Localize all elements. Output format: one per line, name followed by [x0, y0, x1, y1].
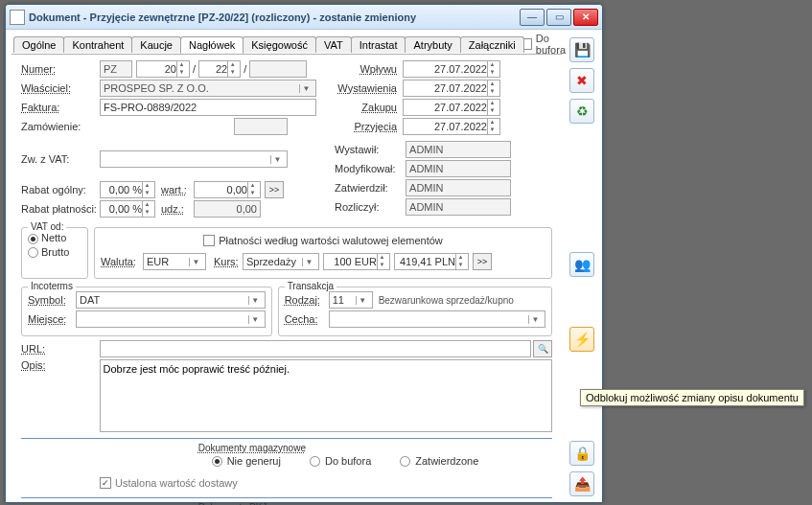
vatod-legend: VAT od: — [28, 221, 66, 232]
rabat-ogolny-label: Rabat ogólny: — [21, 184, 100, 195]
document-icon — [10, 10, 25, 25]
tooltip: Odblokuj możliwość zmiany opisu dokument… — [580, 389, 804, 406]
kurs-eur-input[interactable]: 100 EUR▲▼ — [323, 253, 390, 270]
platnosci-walut-checkbox[interactable] — [203, 235, 215, 246]
rodzaj-label: Rodzaj: — [285, 294, 329, 306]
wplywu-label: Wpływu — [336, 63, 403, 75]
kurs-label: Kurs: — [214, 256, 243, 267]
zamowienie-label: Zamówienie: — [21, 121, 100, 132]
tab-kaucje[interactable]: Kaucje — [131, 36, 181, 53]
wart-input[interactable]: 0,00▲▼ — [194, 181, 261, 198]
zakupu-label: Zakupu — [336, 102, 403, 113]
mag-niegeneruj-radio[interactable] — [212, 456, 222, 467]
wystawienia-label: Wystawienia — [336, 82, 403, 94]
symbol-combo[interactable]: DAT▼ — [76, 291, 266, 309]
save-button[interactable]: 💾 — [569, 37, 594, 62]
unlock-opis-button[interactable]: ⚡ — [569, 327, 594, 352]
zatwierdzil-label: Zatwierdził: — [335, 182, 406, 194]
pz-field: PZ — [100, 60, 132, 78]
ustalona-label: Ustalona wartość dostawy — [115, 477, 238, 489]
refresh-button[interactable]: ♻ — [569, 99, 594, 124]
wystawil-label: Wystawił: — [335, 144, 406, 155]
zamowienie-input — [234, 118, 288, 135]
zakupu-date[interactable]: 27.07.2022▲▼ — [403, 99, 500, 116]
do-bufora-label: Do bufora — [536, 33, 568, 56]
waluta-combo[interactable]: EUR▼ — [143, 253, 206, 270]
rabat-arrow-button[interactable]: >> — [265, 181, 284, 198]
users-button[interactable]: 👥 — [569, 252, 594, 277]
cancel-button[interactable]: ✖ — [569, 68, 594, 93]
dok-mag-label: Dokumenty magazynowe — [198, 443, 552, 453]
opis-label: Opis: — [21, 359, 100, 371]
rabat-plat-input[interactable]: 0,00 %▲▼ — [100, 200, 155, 218]
wlasciciel-combo[interactable]: PROSPEO SP. Z O.O.▼ — [100, 80, 316, 97]
window-title: Dokument - Przyjęcie zewnętrzne [PZ-20/2… — [29, 11, 520, 23]
wlasciciel-label: Właściciel: — [21, 82, 100, 94]
tab-ksiegowosc[interactable]: Księgowość — [243, 36, 316, 53]
wplywu-date[interactable]: 27.07.2022▲▼ — [403, 60, 500, 78]
modyfikowal-label: Modyfikował: — [335, 163, 406, 174]
brutto-radio[interactable] — [28, 247, 38, 258]
mag-zatwierdzone-radio[interactable] — [400, 456, 410, 467]
waluta-label: Waluta: — [101, 256, 143, 267]
minimize-button[interactable]: — — [520, 9, 545, 26]
rozliczyl-val: ADMIN — [406, 198, 511, 216]
faktura-input[interactable]: FS-PRO-0889/2022 — [100, 99, 316, 116]
rabat-plat-label: Rabat płatności: — [21, 203, 100, 215]
przyjecia-label: Przyjęcia — [336, 121, 403, 132]
url-label: URL: — [21, 343, 100, 355]
ustalona-checkbox[interactable] — [100, 477, 111, 489]
tab-zalaczniki[interactable]: Załączniki — [460, 36, 524, 53]
platnosci-walut-label: Płatności według wartości walutowej elem… — [219, 235, 443, 246]
udz-input: 0,00 — [194, 200, 261, 218]
symbol-label: Symbol: — [28, 294, 76, 306]
opis-textarea[interactable] — [100, 359, 552, 432]
maximize-button[interactable]: ▭ — [546, 9, 571, 26]
netto-radio[interactable] — [28, 234, 38, 244]
numer3-input — [249, 60, 307, 78]
export-button[interactable]: 📤 — [569, 471, 594, 496]
wystawil-val: ADMIN — [406, 141, 511, 158]
rabat-ogolny-input[interactable]: 0,00 %▲▼ — [100, 181, 155, 198]
rodzaj-combo[interactable]: 11▼ — [329, 291, 373, 309]
rodzaj-desc: Bezwarunkowa sprzedaż/kupno — [379, 295, 514, 306]
kurs-arrow-button[interactable]: >> — [473, 253, 492, 270]
url-input[interactable] — [100, 340, 531, 357]
tab-atrybuty[interactable]: Atrybuty — [405, 36, 460, 53]
cecha-label: Cecha: — [285, 313, 329, 325]
przyjecia-date[interactable]: 27.07.2022▲▼ — [403, 118, 500, 135]
wart-label: wart.: — [161, 184, 194, 195]
rozliczyl-label: Rozliczył: — [335, 201, 406, 213]
udz-label: udz.: — [161, 203, 194, 215]
tab-kontrahent[interactable]: Kontrahent — [63, 36, 132, 53]
kurs-type-combo[interactable]: Sprzedaży▼ — [243, 253, 319, 270]
miejsce-label: Miejsce: — [28, 313, 76, 325]
numer2-input[interactable]: 22▲▼ — [198, 60, 241, 78]
numer-label: Numer: — [21, 63, 100, 75]
zwzvat-label: Zw. z VAT: — [21, 153, 100, 165]
wystawienia-date[interactable]: 27.07.2022▲▼ — [403, 80, 500, 97]
do-bufora-checkbox[interactable] — [523, 38, 532, 50]
faktura-label: Faktura: — [21, 102, 100, 113]
close-button[interactable]: ✕ — [573, 9, 598, 26]
lock-button[interactable]: 🔒 — [569, 441, 594, 466]
mag-dobufora-radio[interactable] — [310, 456, 320, 467]
zwzvat-combo[interactable]: ▼ — [100, 150, 288, 168]
tab-intrastat[interactable]: Intrastat — [351, 36, 406, 53]
miejsce-combo[interactable]: ▼ — [76, 310, 266, 328]
transakcja-legend: Transakcja — [285, 281, 337, 291]
incoterms-legend: Incoterms — [28, 281, 76, 291]
zatwierdzil-val: ADMIN — [406, 179, 511, 196]
tab-vat[interactable]: VAT — [315, 36, 352, 53]
tab-naglowek[interactable]: Nagłówek — [180, 36, 244, 54]
tab-ogolne[interactable]: Ogólne — [13, 36, 64, 53]
modyfikowal-val: ADMIN — [406, 160, 511, 177]
kurs-pln-input[interactable]: 419,41 PLN▲▼ — [394, 253, 469, 270]
url-search-button[interactable]: 🔍 — [533, 340, 552, 357]
tab-bar: Ogólne Kontrahent Kaucje Nagłówek Księgo… — [12, 34, 562, 55]
numer1-input[interactable]: 20▲▼ — [136, 60, 190, 78]
cecha-combo[interactable]: ▼ — [329, 310, 545, 328]
